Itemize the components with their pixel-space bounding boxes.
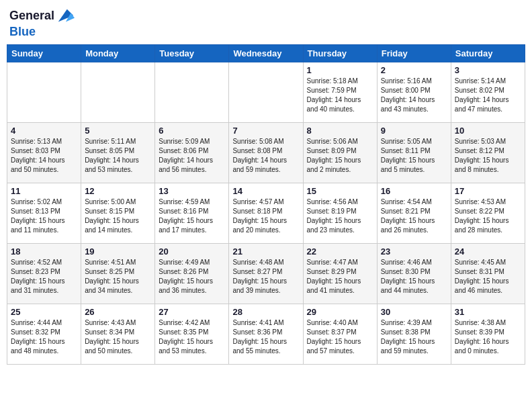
day-info: Sunrise: 5:09 AM Sunset: 8:06 PM Dayligh… (159, 137, 225, 175)
calendar-day-18: 18Sunrise: 4:52 AM Sunset: 8:23 PM Dayli… (7, 243, 81, 304)
day-info: Sunrise: 4:54 AM Sunset: 8:21 PM Dayligh… (381, 197, 447, 235)
calendar-day-15: 15Sunrise: 4:56 AM Sunset: 8:19 PM Dayli… (303, 183, 377, 243)
day-info: Sunrise: 5:05 AM Sunset: 8:11 PM Dayligh… (381, 137, 447, 175)
day-info: Sunrise: 5:11 AM Sunset: 8:05 PM Dayligh… (85, 137, 151, 175)
calendar-week-row: 1Sunrise: 5:18 AM Sunset: 7:59 PM Daylig… (7, 62, 525, 122)
day-number: 25 (11, 307, 77, 317)
day-number: 26 (85, 307, 151, 317)
logo-icon (56, 7, 75, 26)
day-info: Sunrise: 4:38 AM Sunset: 8:39 PM Dayligh… (455, 318, 521, 356)
empty-cell (229, 62, 303, 122)
day-info: Sunrise: 4:39 AM Sunset: 8:38 PM Dayligh… (381, 318, 447, 356)
logo-text: General (9, 9, 54, 23)
day-info: Sunrise: 5:08 AM Sunset: 8:08 PM Dayligh… (232, 137, 299, 175)
empty-cell (155, 62, 229, 122)
calendar-day-2: 2Sunrise: 5:16 AM Sunset: 8:00 PM Daylig… (377, 62, 451, 122)
calendar-day-1: 1Sunrise: 5:18 AM Sunset: 7:59 PM Daylig… (303, 62, 377, 122)
calendar-day-14: 14Sunrise: 4:57 AM Sunset: 8:18 PM Dayli… (229, 183, 303, 243)
weekday-header-row: SundayMondayTuesdayWednesdayThursdayFrid… (7, 44, 525, 62)
weekday-header-thursday: Thursday (303, 44, 377, 62)
day-number: 20 (159, 246, 225, 257)
page-header: General Blue (7, 7, 525, 39)
calendar-week-row: 11Sunrise: 5:02 AM Sunset: 8:13 PM Dayli… (7, 183, 525, 243)
day-number: 7 (232, 126, 299, 136)
calendar-day-16: 16Sunrise: 4:54 AM Sunset: 8:21 PM Dayli… (377, 183, 451, 243)
calendar-day-13: 13Sunrise: 4:59 AM Sunset: 8:16 PM Dayli… (155, 183, 229, 243)
day-number: 27 (159, 307, 225, 317)
weekday-header-friday: Friday (377, 44, 451, 62)
calendar-week-row: 4Sunrise: 5:13 AM Sunset: 8:03 PM Daylig… (7, 122, 525, 183)
calendar-day-25: 25Sunrise: 4:44 AM Sunset: 8:32 PM Dayli… (7, 304, 81, 364)
calendar-week-row: 25Sunrise: 4:44 AM Sunset: 8:32 PM Dayli… (7, 304, 525, 364)
day-info: Sunrise: 5:16 AM Sunset: 8:00 PM Dayligh… (381, 77, 447, 114)
calendar-day-20: 20Sunrise: 4:49 AM Sunset: 8:26 PM Dayli… (155, 243, 229, 304)
day-number: 23 (381, 246, 447, 257)
day-number: 16 (381, 186, 447, 196)
calendar-week-row: 18Sunrise: 4:52 AM Sunset: 8:23 PM Dayli… (7, 243, 525, 304)
weekday-header-tuesday: Tuesday (155, 44, 229, 62)
day-number: 15 (307, 186, 373, 196)
calendar-day-7: 7Sunrise: 5:08 AM Sunset: 8:08 PM Daylig… (229, 122, 303, 183)
day-info: Sunrise: 4:47 AM Sunset: 8:29 PM Dayligh… (307, 258, 373, 295)
day-number: 6 (159, 126, 225, 136)
day-number: 13 (159, 186, 225, 196)
day-number: 19 (85, 246, 151, 257)
day-number: 14 (232, 186, 299, 196)
day-number: 4 (11, 126, 77, 136)
day-info: Sunrise: 5:14 AM Sunset: 8:02 PM Dayligh… (455, 77, 521, 114)
calendar-day-9: 9Sunrise: 5:05 AM Sunset: 8:11 PM Daylig… (377, 122, 451, 183)
day-number: 31 (455, 307, 521, 317)
day-number: 9 (381, 126, 447, 136)
day-number: 22 (307, 246, 373, 257)
calendar-day-27: 27Sunrise: 4:42 AM Sunset: 8:35 PM Dayli… (155, 304, 229, 364)
weekday-header-saturday: Saturday (451, 44, 525, 62)
calendar-day-12: 12Sunrise: 5:00 AM Sunset: 8:15 PM Dayli… (81, 183, 155, 243)
day-info: Sunrise: 4:48 AM Sunset: 8:27 PM Dayligh… (232, 258, 299, 295)
day-info: Sunrise: 4:51 AM Sunset: 8:25 PM Dayligh… (85, 258, 151, 295)
day-number: 1 (307, 65, 373, 75)
day-number: 3 (455, 65, 521, 75)
day-info: Sunrise: 4:45 AM Sunset: 8:31 PM Dayligh… (455, 258, 521, 295)
day-info: Sunrise: 5:18 AM Sunset: 7:59 PM Dayligh… (307, 77, 373, 114)
day-info: Sunrise: 4:56 AM Sunset: 8:19 PM Dayligh… (307, 197, 373, 235)
empty-cell (81, 62, 155, 122)
day-info: Sunrise: 4:49 AM Sunset: 8:26 PM Dayligh… (159, 258, 225, 295)
day-number: 21 (232, 246, 299, 257)
weekday-header-monday: Monday (81, 44, 155, 62)
day-number: 17 (455, 186, 521, 196)
calendar-day-23: 23Sunrise: 4:46 AM Sunset: 8:30 PM Dayli… (377, 243, 451, 304)
calendar-day-28: 28Sunrise: 4:41 AM Sunset: 8:36 PM Dayli… (229, 304, 303, 364)
day-number: 5 (85, 126, 151, 136)
calendar-day-11: 11Sunrise: 5:02 AM Sunset: 8:13 PM Dayli… (7, 183, 81, 243)
day-number: 29 (307, 307, 373, 317)
day-info: Sunrise: 4:52 AM Sunset: 8:23 PM Dayligh… (11, 258, 77, 295)
calendar-day-4: 4Sunrise: 5:13 AM Sunset: 8:03 PM Daylig… (7, 122, 81, 183)
logo: General Blue (9, 7, 75, 39)
day-number: 11 (11, 186, 77, 196)
calendar-day-17: 17Sunrise: 4:53 AM Sunset: 8:22 PM Dayli… (451, 183, 525, 243)
calendar-day-29: 29Sunrise: 4:40 AM Sunset: 8:37 PM Dayli… (303, 304, 377, 364)
logo-blue-text: Blue (9, 26, 36, 39)
day-info: Sunrise: 4:59 AM Sunset: 8:16 PM Dayligh… (159, 197, 225, 235)
calendar-day-8: 8Sunrise: 5:06 AM Sunset: 8:09 PM Daylig… (303, 122, 377, 183)
calendar-day-22: 22Sunrise: 4:47 AM Sunset: 8:29 PM Dayli… (303, 243, 377, 304)
calendar-table: SundayMondayTuesdayWednesdayThursdayFrid… (7, 44, 525, 365)
day-info: Sunrise: 5:00 AM Sunset: 8:15 PM Dayligh… (85, 197, 151, 235)
day-info: Sunrise: 4:57 AM Sunset: 8:18 PM Dayligh… (232, 197, 299, 235)
calendar-day-19: 19Sunrise: 4:51 AM Sunset: 8:25 PM Dayli… (81, 243, 155, 304)
weekday-header-wednesday: Wednesday (229, 44, 303, 62)
day-info: Sunrise: 4:53 AM Sunset: 8:22 PM Dayligh… (455, 197, 521, 235)
day-info: Sunrise: 4:42 AM Sunset: 8:35 PM Dayligh… (159, 318, 225, 356)
calendar-day-21: 21Sunrise: 4:48 AM Sunset: 8:27 PM Dayli… (229, 243, 303, 304)
day-info: Sunrise: 5:02 AM Sunset: 8:13 PM Dayligh… (11, 197, 77, 235)
day-info: Sunrise: 5:13 AM Sunset: 8:03 PM Dayligh… (11, 137, 77, 175)
day-number: 12 (85, 186, 151, 196)
day-info: Sunrise: 5:03 AM Sunset: 8:12 PM Dayligh… (455, 137, 521, 175)
day-info: Sunrise: 4:46 AM Sunset: 8:30 PM Dayligh… (381, 258, 447, 295)
day-number: 24 (455, 246, 521, 257)
day-info: Sunrise: 4:44 AM Sunset: 8:32 PM Dayligh… (11, 318, 77, 356)
day-number: 8 (307, 126, 373, 136)
day-number: 18 (11, 246, 77, 257)
day-number: 28 (232, 307, 299, 317)
calendar-day-24: 24Sunrise: 4:45 AM Sunset: 8:31 PM Dayli… (451, 243, 525, 304)
